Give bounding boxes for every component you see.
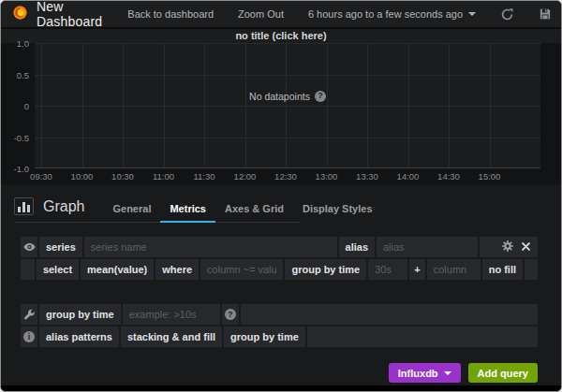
tab-axes-grid[interactable]: Axes & Grid [215,196,293,223]
y-tick-label: -1.0 [14,164,29,174]
brand: New Dashboard [12,0,102,29]
x-tick-label: 09:30 [30,171,52,181]
query-actions-cell [480,237,538,257]
x-tick-label: 10:00 [71,171,94,181]
series-input-cell [84,237,337,257]
refresh-icon[interactable] [488,8,526,21]
x-tick-label: 14:00 [397,171,420,181]
no-datapoints-message: No datapoints ? [35,91,540,102]
group-by-option-row: group by time ? [21,304,538,325]
save-icon[interactable] [526,8,562,20]
x-tick-label: 11:30 [193,171,214,181]
alias-input[interactable] [383,241,471,253]
add-query-button[interactable]: Add query [468,363,538,383]
question-circle-icon[interactable]: ? [222,304,239,325]
graph-panel: no title (click here) 1.00.50-0.5-1.0 No… [1,29,561,184]
editor-footer: Influxdb Add query [1,363,538,383]
datasource-dropdown-button[interactable]: Influxdb [389,363,461,383]
x-tick-label: 13:30 [356,171,378,181]
top-navbar: New Dashboard Back to dashboard Zoom Out… [1,1,561,29]
plot-row: 1.00.50-0.5-1.0 No datapoints ? [1,43,561,168]
panel-group-by-label: group by time [39,304,121,325]
h-gridline [35,43,540,44]
x-tick-label: 11:00 [153,171,174,181]
grafana-window: New Dashboard Back to dashboard Zoom Out… [0,0,562,392]
navbar-actions [488,8,562,21]
add-column-button[interactable]: + [409,259,424,280]
x-tick-label: 14:30 [437,171,460,181]
filler-cell [307,327,538,347]
panel-type-title: Graph [43,198,84,215]
zoom-out-button[interactable]: Zoom Out [226,8,296,20]
y-tick-label: 0 [24,101,29,111]
column-input-cell [427,259,481,280]
fill-option[interactable]: no fill [482,259,523,280]
h-gridline [35,106,540,107]
bar-chart-icon [14,197,34,215]
group-by-example-input[interactable] [129,309,214,320]
panel-editor: Graph General Metrics Axes & Grid Displa… [1,184,561,392]
x-axis: 09:3010:0010:3011:0011:3012:0012:3013:00… [35,168,540,184]
where-condition-input[interactable] [207,264,276,275]
filler-cell [525,259,538,280]
select-function[interactable]: mean(value) [81,259,154,280]
x-tick-label: 10:30 [111,171,134,181]
help-alias-patterns[interactable]: alias patterns [39,327,119,347]
alias-label: alias [339,237,375,257]
interval-input[interactable] [375,264,401,275]
x-tick-label: 12:00 [234,171,257,181]
alias-input-cell [377,237,478,257]
x-tick-label: 15:00 [479,171,501,181]
query-row-series: series alias [21,237,538,257]
question-circle-icon[interactable]: ? [315,91,326,102]
time-range-label: 6 hours ago to a few seconds ago [308,8,463,20]
series-name-input[interactable] [91,241,331,253]
h-gridline [35,75,540,76]
panel-title[interactable]: no title (click here) [1,29,561,43]
y-tick-label: 1.0 [17,38,29,49]
plot-area: No datapoints ? [35,43,540,168]
help-group-by-time[interactable]: group by time [224,327,305,347]
spacer-cell [21,259,35,280]
window-bottom-edge [1,385,561,391]
group-by-example-cell [123,304,220,325]
grafana-logo-icon [12,5,28,24]
info-circle-icon: i [21,327,37,347]
y-tick-label: -0.5 [14,132,29,142]
tab-general[interactable]: General [103,196,160,223]
caret-down-icon [444,371,451,375]
wrench-icon [21,304,37,325]
tab-metrics[interactable]: Metrics [160,196,215,223]
x-tick-label: 13:00 [316,171,338,181]
editor-header: Graph General Metrics Axes & Grid Displa… [14,196,301,223]
query-row-select: select mean(value) where group by time +… [21,259,538,280]
y-tick-label: 0.5 [17,69,29,80]
eye-icon[interactable] [21,237,37,257]
series-label: series [39,237,82,257]
remove-query-x-icon[interactable] [522,241,530,253]
where-input-cell [200,259,283,280]
column-input[interactable] [434,264,474,275]
back-to-dashboard-link[interactable]: Back to dashboard [115,8,226,20]
time-range-picker[interactable]: 6 hours ago to a few seconds ago [296,8,488,20]
help-stacking-fill[interactable]: stacking & and fill [121,327,222,347]
query-editor: series alias [21,237,538,347]
help-row: i alias patterns stacking & and fill gro… [21,327,538,347]
x-tick-label: 12:30 [274,171,297,181]
datasource-label: Influxdb [398,368,438,379]
select-label: select [37,259,79,280]
caret-down-icon [468,12,476,16]
filler-cell [241,304,538,325]
add-query-label: Add query [478,368,528,379]
y-axis: 1.00.50-0.5-1.0 [1,43,35,168]
tab-display-styles[interactable]: Display Styles [293,196,382,223]
group-by-time-label: group by time [285,259,366,280]
query-settings-gear-icon[interactable] [502,240,513,254]
h-gridline [35,138,540,138]
no-datapoints-label: No datapoints [249,91,310,102]
interval-input-cell [368,259,407,280]
dashboard-title: New Dashboard [37,0,102,29]
where-label: where [155,259,199,280]
